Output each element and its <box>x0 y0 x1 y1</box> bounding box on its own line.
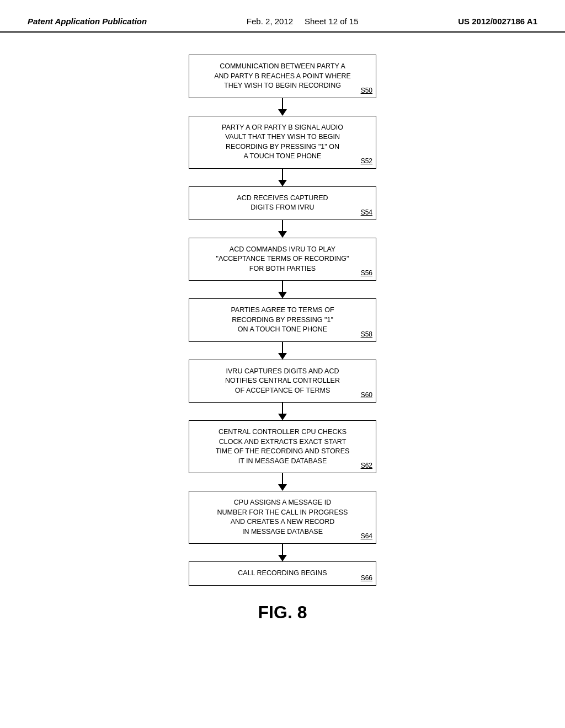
step-s50-label: S50 <box>361 86 372 95</box>
step-s60-text: IVRU CAPTURES DIGITS AND ACDNOTIFIES CEN… <box>225 367 340 394</box>
step-s66: CALL RECORDING BEGINS S66 <box>189 561 376 586</box>
step-s62-label: S62 <box>361 461 372 470</box>
step-s56-text: ACD COMMANDS IVRU TO PLAY"ACCEPTANCE TER… <box>216 245 349 272</box>
step-s58: PARTIES AGREE TO TERMS OFRECORDING BY PR… <box>189 298 376 342</box>
arrow-2 <box>278 169 287 186</box>
step-s60-label: S60 <box>361 390 372 400</box>
step-s56: ACD COMMANDS IVRU TO PLAY"ACCEPTANCE TER… <box>189 238 376 281</box>
step-s54-label: S54 <box>361 208 372 217</box>
figure-label: FIG. 8 <box>258 602 307 623</box>
step-s52: PARTY A OR PARTY B SIGNAL AUDIOVAULT THA… <box>189 116 376 169</box>
arrow-8 <box>278 544 287 561</box>
step-s54-text: ACD RECEIVES CAPTUREDDIGITS FROM IVRU <box>237 194 328 212</box>
step-s54: ACD RECEIVES CAPTUREDDIGITS FROM IVRU S5… <box>189 186 376 220</box>
arrow-6 <box>278 403 287 420</box>
arrow-7 <box>278 473 287 491</box>
arrow-4 <box>278 281 287 298</box>
step-s64-label: S64 <box>361 532 372 541</box>
flowchart: COMMUNICATION BETWEEN PARTY AAND PARTY B… <box>167 55 398 586</box>
step-s62-text: CENTRAL CONTROLLER CPU CHECKSCLOCK AND E… <box>216 428 350 465</box>
step-s52-text: PARTY A OR PARTY B SIGNAL AUDIOVAULT THA… <box>222 124 343 160</box>
patent-number: US 2012/0027186 A1 <box>458 17 537 26</box>
arrow-1 <box>278 98 287 116</box>
sheet-number: Sheet 12 of 15 <box>305 17 359 26</box>
date-sheet: Feb. 2, 2012 Sheet 12 of 15 <box>247 17 359 26</box>
step-s64: CPU ASSIGNS A MESSAGE IDNUMBER FOR THE C… <box>189 491 376 544</box>
step-s66-label: S66 <box>361 574 372 583</box>
arrow-5 <box>278 342 287 360</box>
step-s56-label: S56 <box>361 269 372 278</box>
step-s58-text: PARTIES AGREE TO TERMS OFRECORDING BY PR… <box>231 306 334 333</box>
step-s58-label: S58 <box>361 330 372 339</box>
step-s64-text: CPU ASSIGNS A MESSAGE IDNUMBER FOR THE C… <box>217 499 348 536</box>
step-s52-label: S52 <box>361 157 372 166</box>
step-s62: CENTRAL CONTROLLER CPU CHECKSCLOCK AND E… <box>189 420 376 473</box>
publication-label: Patent Application Publication <box>28 17 147 26</box>
main-content: COMMUNICATION BETWEEN PARTY AAND PARTY B… <box>0 33 565 634</box>
publication-date: Feb. 2, 2012 <box>247 17 293 26</box>
step-s50-text: COMMUNICATION BETWEEN PARTY AAND PARTY B… <box>214 62 351 89</box>
step-s66-text: CALL RECORDING BEGINS <box>238 569 327 577</box>
page-header: Patent Application Publication Feb. 2, 2… <box>0 0 565 33</box>
arrow-3 <box>278 220 287 238</box>
step-s60: IVRU CAPTURES DIGITS AND ACDNOTIFIES CEN… <box>189 360 376 403</box>
step-s50: COMMUNICATION BETWEEN PARTY AAND PARTY B… <box>189 55 376 98</box>
